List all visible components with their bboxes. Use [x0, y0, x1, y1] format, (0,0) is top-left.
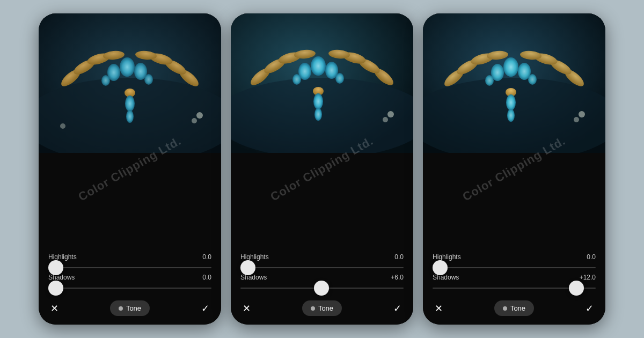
highlights-thumb-1[interactable]: [48, 260, 63, 275]
shadows-value-2: +6.0: [391, 274, 404, 281]
tone-dot-2: [311, 306, 315, 311]
confirm-button-3[interactable]: ✓: [586, 303, 594, 314]
svg-point-59: [579, 111, 585, 117]
highlights-track-3[interactable]: [433, 267, 596, 268]
jewelry-image-1: [39, 13, 221, 153]
highlights-label-1: Highlights: [48, 253, 77, 261]
shadows-track-2[interactable]: [240, 288, 404, 289]
svg-point-19: [192, 118, 197, 123]
highlights-row-2: Highlights 0.0: [240, 253, 404, 268]
highlights-label-2: Highlights: [240, 253, 269, 261]
highlights-value-3: 0.0: [587, 253, 596, 261]
svg-point-35: [335, 73, 344, 84]
phone-card-3: Highlights 0.0 Shadows +12.0 ✕ Tone ✓ Co…: [423, 13, 605, 325]
svg-point-60: [574, 117, 579, 122]
svg-point-11: [120, 57, 135, 77]
shadows-thumb-1[interactable]: [48, 281, 63, 296]
shadows-thumb-3[interactable]: [569, 281, 584, 296]
bottom-bar-3: ✕ Tone ✓: [423, 294, 605, 325]
svg-point-37: [313, 93, 323, 109]
svg-point-52: [503, 57, 518, 77]
confirm-button-1[interactable]: ✓: [201, 303, 209, 314]
jewelry-image-3: [423, 13, 605, 153]
shadows-track-3[interactable]: [433, 288, 596, 289]
tone-dot-1: [119, 306, 123, 311]
bottom-bar-1: ✕ Tone ✓: [39, 294, 221, 325]
dark-area-1: [39, 153, 221, 253]
dark-area-2: [231, 153, 413, 253]
svg-point-38: [314, 108, 322, 121]
tone-label-3: Tone: [510, 304, 525, 312]
shadows-track-1[interactable]: [48, 288, 211, 289]
controls-3: Highlights 0.0 Shadows +12.0: [423, 253, 605, 294]
svg-point-57: [506, 94, 516, 111]
dark-area-3: [423, 153, 605, 253]
tone-pill-1[interactable]: Tone: [110, 300, 150, 316]
shadows-label-3: Shadows: [433, 274, 459, 281]
shadows-label-1: Shadows: [48, 274, 75, 281]
shadows-thumb-2[interactable]: [314, 281, 329, 296]
shadows-value-1: 0.0: [202, 274, 211, 281]
controls-2: Highlights 0.0 Shadows +6.0: [231, 253, 413, 294]
highlights-track-2[interactable]: [240, 267, 404, 268]
tone-dot-3: [503, 306, 507, 311]
svg-point-20: [60, 123, 65, 129]
svg-point-58: [507, 109, 515, 122]
svg-point-13: [101, 75, 110, 86]
jewelry-image-2: [231, 13, 413, 153]
highlights-row-1: Highlights 0.0: [48, 253, 211, 268]
svg-point-34: [292, 74, 301, 85]
highlights-thumb-2[interactable]: [240, 260, 255, 275]
svg-point-55: [528, 74, 537, 85]
tone-pill-3[interactable]: Tone: [494, 300, 534, 316]
highlights-thumb-3[interactable]: [433, 260, 448, 275]
bottom-bar-2: ✕ Tone ✓: [231, 294, 413, 325]
svg-point-17: [126, 110, 134, 123]
shadows-label-2: Shadows: [240, 274, 267, 281]
svg-point-18: [196, 112, 203, 119]
phone-card-1: Highlights 0.0 Shadows 0.0 ✕ Tone ✓ Colo…: [39, 13, 221, 325]
svg-point-54: [485, 75, 494, 86]
cancel-button-1[interactable]: ✕: [50, 303, 58, 314]
svg-point-39: [387, 111, 394, 117]
shadows-row-3: Shadows +12.0: [433, 274, 596, 289]
tone-pill-2[interactable]: Tone: [302, 300, 342, 316]
controls-1: Highlights 0.0 Shadows 0.0: [39, 253, 221, 294]
confirm-button-2[interactable]: ✓: [393, 303, 401, 314]
shadows-row-1: Shadows 0.0: [48, 274, 211, 289]
svg-point-14: [144, 74, 153, 85]
cancel-button-2[interactable]: ✕: [243, 303, 251, 314]
tone-label-1: Tone: [126, 304, 141, 312]
highlights-value-1: 0.0: [202, 253, 211, 261]
svg-point-40: [383, 117, 388, 122]
highlights-row-3: Highlights 0.0: [433, 253, 596, 268]
svg-point-16: [125, 95, 135, 112]
tone-label-2: Tone: [318, 304, 333, 312]
highlights-track-1[interactable]: [48, 267, 211, 268]
shadows-row-2: Shadows +6.0: [240, 274, 404, 289]
phone-card-2: Highlights 0.0 Shadows +6.0 ✕ Tone ✓ Col…: [231, 13, 413, 325]
highlights-label-3: Highlights: [433, 253, 461, 261]
cancel-button-3[interactable]: ✕: [435, 303, 443, 314]
highlights-value-2: 0.0: [394, 253, 404, 261]
svg-point-32: [311, 56, 326, 76]
shadows-value-3: +12.0: [580, 274, 596, 281]
